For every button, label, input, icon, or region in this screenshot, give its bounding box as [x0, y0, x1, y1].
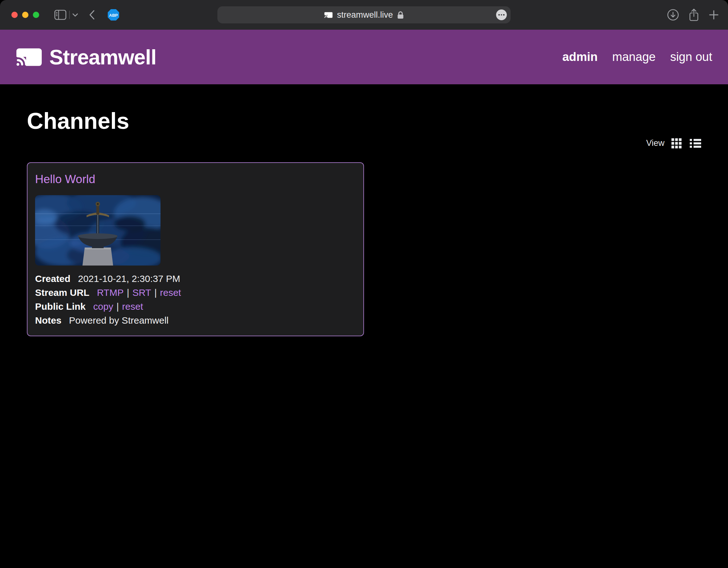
toolbar-right-group: [667, 0, 719, 30]
separator: |: [127, 287, 129, 298]
nav-link-sign-out[interactable]: sign out: [670, 50, 712, 64]
notes-value: Powered by Streamwell: [69, 315, 168, 325]
nav-link-manage[interactable]: manage: [612, 50, 656, 64]
nav-link-admin[interactable]: admin: [562, 50, 598, 64]
notes-row: NotesPowered by Streamwell: [35, 313, 354, 327]
downloads-button[interactable]: [667, 9, 679, 21]
browser-window: ABP streamwell.live: [0, 0, 728, 568]
stream-url-label: Stream URL: [35, 287, 89, 298]
sidebar-toggle-button[interactable]: [54, 10, 66, 20]
lock-icon: [397, 10, 404, 19]
public-link-row: Public Linkcopy|reset: [35, 299, 354, 313]
site-header: Streamwell admin manage sign out: [0, 30, 728, 84]
created-label: Created: [35, 274, 70, 284]
share-button[interactable]: [688, 8, 700, 21]
toolbar-left-group: ABP: [54, 0, 120, 30]
back-button[interactable]: [89, 10, 95, 20]
channel-thumbnail[interactable]: [35, 195, 161, 266]
list-view-button[interactable]: [690, 139, 701, 148]
brand-home-link[interactable]: Streamwell: [16, 45, 156, 69]
back-chevron-icon: [89, 10, 95, 20]
sword-in-stone-thumbnail-image: [35, 195, 161, 266]
srt-link[interactable]: SRT: [132, 287, 151, 298]
abp-badge-icon: ABP: [107, 9, 120, 21]
grid-view-button[interactable]: [671, 138, 682, 148]
channel-card: Hello World: [27, 162, 364, 336]
page-title: Channels: [27, 108, 701, 134]
plus-icon: [708, 9, 719, 20]
close-window-button[interactable]: [11, 12, 18, 18]
site-favicon-cast-icon: [324, 12, 333, 18]
page-content: Channels View Hello World: [0, 108, 728, 336]
minimize-window-button[interactable]: [22, 12, 28, 18]
page-settings-button[interactable]: [496, 9, 507, 20]
view-controls: View: [27, 138, 701, 148]
notes-label: Notes: [35, 315, 61, 325]
sidebar-icon: [54, 10, 66, 20]
public-link-label: Public Link: [35, 301, 86, 311]
stream-url-reset-link[interactable]: reset: [160, 287, 181, 298]
new-tab-button[interactable]: [708, 9, 719, 20]
address-bar-content: streamwell.live: [324, 10, 403, 20]
view-label: View: [646, 138, 664, 148]
zoom-window-button[interactable]: [33, 12, 39, 18]
chevron-down-icon: [72, 13, 78, 17]
tab-group-chevron-button[interactable]: [72, 13, 78, 17]
address-bar[interactable]: streamwell.live: [217, 6, 511, 23]
share-icon: [688, 8, 700, 21]
channel-title-link[interactable]: Hello World: [35, 172, 95, 186]
cast-logo-icon: [16, 48, 42, 67]
window-controls: [11, 0, 39, 30]
public-link-copy-link[interactable]: copy: [93, 301, 113, 311]
header-nav: admin manage sign out: [562, 50, 712, 64]
created-value: 2021-10-21, 2:30:37 PM: [78, 274, 180, 284]
address-url-text: streamwell.live: [337, 10, 393, 20]
stream-url-row: Stream URLRTMP|SRT|reset: [35, 286, 354, 299]
created-row: Created2021-10-21, 2:30:37 PM: [35, 272, 354, 286]
list-view-icon: [690, 139, 701, 148]
channel-fields: Created2021-10-21, 2:30:37 PM Stream URL…: [35, 272, 354, 327]
download-icon: [667, 9, 679, 21]
browser-toolbar: ABP streamwell.live: [0, 0, 728, 30]
separator: |: [154, 287, 157, 298]
grid-view-icon: [671, 138, 682, 148]
brand-name: Streamwell: [49, 45, 156, 69]
separator: |: [116, 301, 119, 311]
adblock-extension-button[interactable]: ABP: [107, 9, 120, 21]
ellipsis-icon: [498, 14, 500, 16]
rtmp-link[interactable]: RTMP: [97, 287, 124, 298]
public-link-reset-link[interactable]: reset: [122, 301, 143, 311]
svg-text:ABP: ABP: [109, 13, 118, 18]
toolbar-divider: [69, 11, 70, 19]
